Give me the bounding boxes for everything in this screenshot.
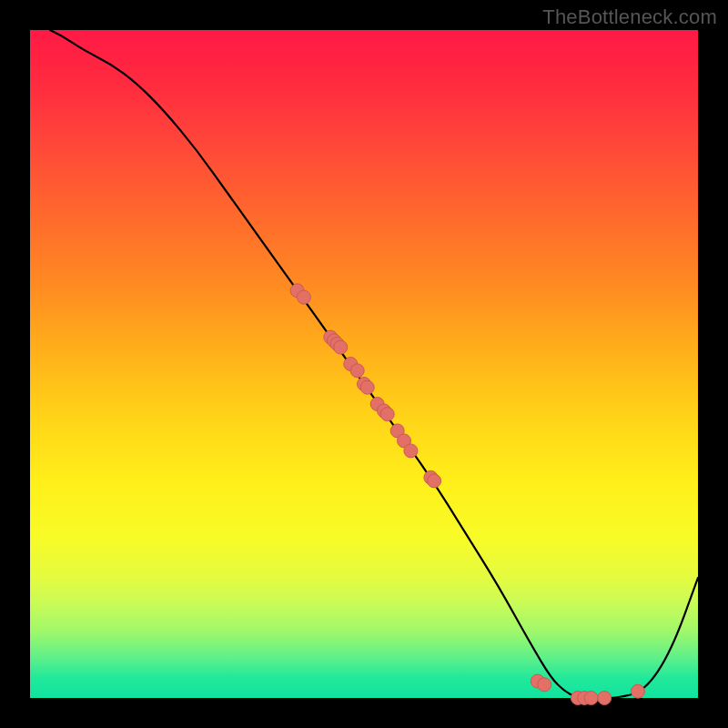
watermark-text: TheBottleneck.com — [542, 5, 717, 29]
chart-frame: TheBottleneck.com — [0, 0, 728, 728]
data-point — [538, 678, 551, 692]
data-point — [428, 474, 441, 488]
data-point — [584, 692, 598, 705]
data-point — [380, 408, 394, 421]
data-point — [297, 290, 310, 304]
data-point — [631, 684, 644, 698]
data-point — [360, 380, 374, 394]
data-point — [334, 340, 348, 354]
data-point — [350, 364, 364, 378]
scatter-points — [290, 284, 644, 705]
data-point — [404, 444, 418, 458]
chart-overlay — [30, 30, 698, 698]
data-point — [598, 692, 612, 705]
bottleneck-curve — [50, 30, 698, 698]
